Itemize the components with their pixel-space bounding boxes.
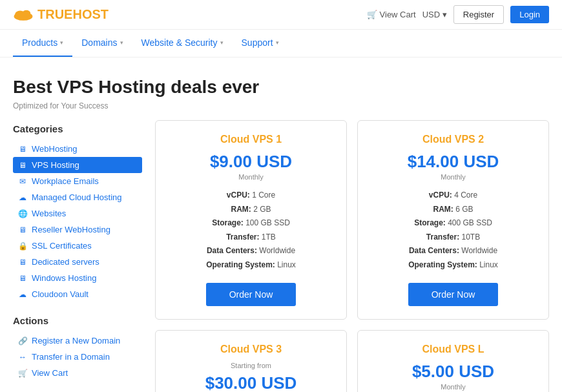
nav-support-label: Support [242,37,273,48]
products-grid: Cloud VPS 1 $9.00 USD Monthly vCPU: 1 Co… [155,120,549,392]
product-card-vps3: Cloud VPS 3 Starting from $30.00 USD [155,330,347,392]
spec-val: 400 GB SSD [448,218,492,227]
spec-key: Transfer: [226,232,259,242]
chevron-down-icon: ▾ [60,39,63,46]
spec-val: Linux [277,260,296,269]
email-icon: ✉ [18,177,27,186]
main-nav: Products ▾ Domains ▾ Website & Security … [0,30,562,57]
product-period: Monthly [238,173,264,181]
currency-selector[interactable]: USD ▾ [422,10,447,19]
product-name: Cloud VPS 1 [220,134,282,145]
sidebar-item-label: SSL Certificates [32,241,92,251]
cloud-icon: ☁ [18,193,27,202]
product-card-vpsl: Cloud VPS L $5.00 USD Monthly [357,330,549,392]
nav-website-security[interactable]: Website & Security ▾ [132,30,233,57]
spec-val: 1TB [262,232,276,242]
sidebar-item-vps-hosting[interactable]: 🖥 VPS Hosting [13,157,142,173]
spec-key: vCPU: [429,191,452,200]
page-title: Best VPS Hosting deals ever [13,77,549,98]
sidebar-action-transfer-domain[interactable]: ↔ Transfer in a Domain [13,349,142,365]
spec-val: 1 Core [252,191,275,200]
transfer-icon: ↔ [18,353,27,362]
spec-key: RAM: [433,205,453,214]
product-name: Cloud VPS L [422,344,484,355]
spec-val: Linux [479,260,498,269]
server-icon: 🖥 [18,258,27,267]
spec-val: 100 GB SSD [245,218,290,227]
hero-section: Best VPS Hosting deals ever Optimized fo… [0,57,562,120]
header-right: 🛒 View Cart USD ▾ Register Login [367,5,549,24]
domain-icon: 🔗 [18,336,27,346]
sidebar-item-label: Workplace Emails [32,176,99,186]
sidebar-item-label: Windows Hosting [32,273,96,283]
sidebar-action-label: View Cart [32,368,68,378]
spec-val: 6 GB [455,205,473,214]
product-price: $14.00 USD [408,152,499,172]
sidebar-action-register-domain[interactable]: 🔗 Register a New Domain [13,333,142,349]
shield-icon: 🔒 [18,242,27,251]
server-icon: 🖥 [18,225,27,234]
nav-domains[interactable]: Domains ▾ [72,30,132,57]
product-starting-label: Starting from [231,362,271,369]
sidebar-action-label: Transfer in a Domain [32,352,110,362]
spec-val: Worldwide [259,246,295,255]
login-button[interactable]: Login [510,6,549,23]
product-specs: vCPU: 1 Core RAM: 2 GB Storage: 100 GB S… [206,189,296,273]
hero-subtitle: Optimized for Your Success [13,101,549,110]
spec-key: Storage: [212,218,244,227]
chevron-down-icon: ▾ [220,39,224,46]
nav-website-security-label: Website & Security [141,37,218,48]
sidebar-item-label: Websites [32,209,66,218]
register-button[interactable]: Register [453,5,504,24]
view-cart-link[interactable]: 🛒 View Cart [367,10,416,19]
logo-text: TRUEHOST [37,7,109,22]
spec-key: Data Centers: [409,246,459,255]
sidebar-item-label: Dedicated servers [32,257,99,267]
currency-label: USD [422,10,440,19]
spec-val: Worldwide [461,246,497,255]
order-now-button[interactable]: Order Now [206,283,297,306]
sidebar-item-windows-hosting[interactable]: 🖥 Windows Hosting [13,270,142,286]
sidebar-item-workplace-emails[interactable]: ✉ Workplace Emails [13,173,142,189]
spec-key: Operating System: [408,260,477,269]
spec-key: Storage: [414,218,446,227]
nav-support[interactable]: Support ▾ [233,30,288,57]
nav-products[interactable]: Products ▾ [13,30,72,57]
sidebar-item-webhosting[interactable]: 🖥 WebHosting [13,141,142,157]
sidebar-action-label: Register a New Domain [32,336,120,346]
sidebar-item-ssl[interactable]: 🔒 SSL Certificates [13,238,142,254]
product-name: Cloud VPS 3 [220,344,282,355]
product-specs: vCPU: 4 Core RAM: 6 GB Storage: 400 GB S… [408,189,498,273]
sidebar-item-label: WebHosting [32,144,78,154]
sidebar-item-websites[interactable]: 🌐 Websites [13,205,142,222]
sidebar-item-label: VPS Hosting [32,160,79,170]
sidebar: Categories 🖥 WebHosting 🖥 VPS Hosting ✉ … [13,120,142,392]
sidebar-item-reseller[interactable]: 🖥 Reseller WebHosting [13,222,142,238]
header: TRUEHOST 🛒 View Cart USD ▾ Register Logi… [0,0,562,30]
product-period: Monthly [441,383,466,391]
sidebar-item-label: Reseller WebHosting [32,225,110,234]
sidebar-item-cloudoon[interactable]: ☁ Cloudoon Vault [13,286,142,302]
nav-domains-label: Domains [81,37,117,48]
sidebar-action-view-cart[interactable]: 🛒 View Cart [13,365,142,381]
server-icon: 🖥 [18,145,27,154]
actions-title: Actions [13,315,142,326]
spec-key: Operating System: [206,260,275,269]
categories-title: Categories [13,123,142,134]
product-name: Cloud VPS 2 [422,134,484,145]
main-layout: Categories 🖥 WebHosting 🖥 VPS Hosting ✉ … [0,120,562,392]
order-now-button[interactable]: Order Now [408,283,499,306]
globe-icon: 🌐 [18,209,27,218]
sidebar-item-dedicated[interactable]: 🖥 Dedicated servers [13,254,142,270]
cart-label: View Cart [380,10,416,19]
product-price: $9.00 USD [210,152,292,172]
product-price: $5.00 USD [412,362,494,382]
cart-icon: 🛒 [18,369,27,378]
product-price: $30.00 USD [205,373,297,392]
server-icon: 🖥 [18,274,27,283]
svg-point-2 [22,10,30,16]
logo[interactable]: TRUEHOST [13,7,109,23]
sidebar-item-managed-cloud[interactable]: ☁ Managed Cloud Hosting [13,189,142,205]
actions-section: Actions 🔗 Register a New Domain ↔ Transf… [13,315,142,381]
sidebar-item-label: Managed Cloud Hosting [32,192,121,202]
